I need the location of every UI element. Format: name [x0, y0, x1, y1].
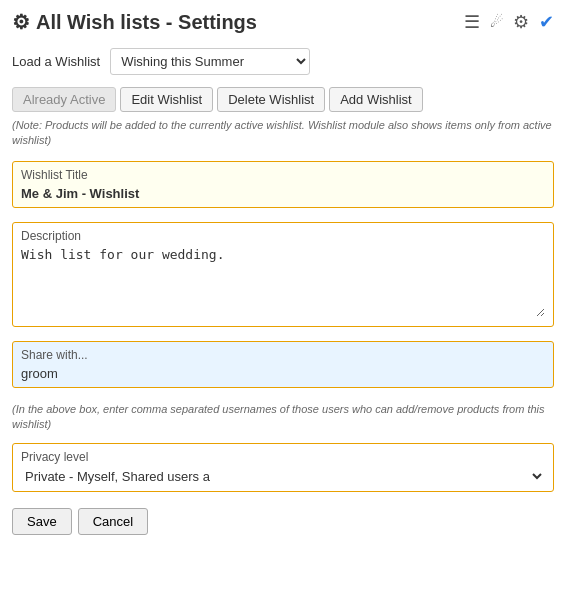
privacy-select[interactable]: Private - Myself, Shared users a Public …	[21, 468, 545, 485]
page-header: ⚙ All Wish lists - Settings ☰ ☄ ⚙ ✔	[12, 10, 554, 34]
cancel-button[interactable]: Cancel	[78, 508, 148, 535]
description-label: Description	[21, 229, 545, 243]
wishlist-title-label: Wishlist Title	[21, 168, 545, 182]
add-wishlist-button[interactable]: Add Wishlist	[329, 87, 423, 112]
share-with-label: Share with...	[21, 348, 545, 362]
action-buttons-row: Already Active Edit Wishlist Delete Wish…	[12, 87, 554, 112]
delete-wishlist-button[interactable]: Delete Wishlist	[217, 87, 325, 112]
check-icon[interactable]: ✔	[539, 11, 554, 33]
footer-buttons: Save Cancel	[12, 508, 554, 535]
description-textarea[interactable]: Wish list for our wedding.	[21, 247, 545, 317]
page-title: ⚙ All Wish lists - Settings	[12, 10, 257, 34]
page-title-text: All Wish lists - Settings	[36, 11, 257, 34]
load-wishlist-label: Load a Wishlist	[12, 54, 100, 69]
privacy-label: Privacy level	[21, 450, 545, 464]
load-wishlist-row: Load a Wishlist Wishing this Summer	[12, 48, 554, 75]
already-active-button[interactable]: Already Active	[12, 87, 116, 112]
wishlist-title-section: Wishlist Title	[12, 161, 554, 208]
edit-wishlist-button[interactable]: Edit Wishlist	[120, 87, 213, 112]
share-with-input[interactable]	[21, 366, 545, 381]
load-wishlist-select[interactable]: Wishing this Summer	[110, 48, 310, 75]
gear-prefix-icon: ⚙	[12, 10, 30, 34]
list-icon[interactable]: ☰	[464, 11, 480, 33]
share-note: (In the above box, enter comma separated…	[12, 402, 554, 433]
privacy-section: Privacy level Private - Myself, Shared u…	[12, 443, 554, 492]
active-note: (Note: Products will be added to the cur…	[12, 118, 554, 149]
description-section: Description Wish list for our wedding.	[12, 222, 554, 327]
header-icons: ☰ ☄ ⚙ ✔	[464, 11, 554, 33]
settings-icon[interactable]: ⚙	[513, 11, 529, 33]
save-button[interactable]: Save	[12, 508, 72, 535]
share-icon[interactable]: ☄	[490, 13, 503, 31]
share-with-section: Share with...	[12, 341, 554, 388]
wishlist-title-input[interactable]	[21, 186, 545, 201]
